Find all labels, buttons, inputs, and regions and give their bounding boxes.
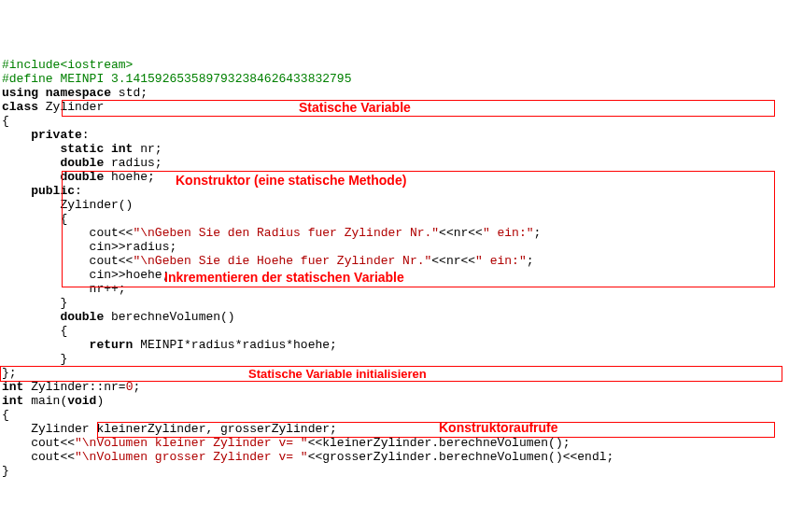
member-radius: radius; xyxy=(104,156,162,170)
member-nr: nr; xyxy=(133,142,162,156)
kw-static-int: static int xyxy=(2,142,133,156)
kw-void: void xyxy=(67,394,96,408)
brace: { xyxy=(2,408,9,422)
brace: } xyxy=(2,352,67,366)
brace: { xyxy=(2,324,67,338)
brace: } xyxy=(2,296,67,310)
preproc-define: #define MEINPI 3.14159265358979323846264… xyxy=(2,72,351,86)
label-constructor: Konstruktor (eine statische Methode) xyxy=(176,174,406,188)
kw-return: return xyxy=(2,338,133,352)
kw-int: int xyxy=(2,394,23,408)
kw-using-namespace: using namespace xyxy=(2,86,111,100)
label-ctor-calls: Konstruktoraufrufe xyxy=(439,421,558,435)
kw-double: double xyxy=(2,156,104,170)
kw-class: class xyxy=(2,100,38,114)
brace: { xyxy=(2,114,9,128)
static-init: Zylinder::nr= xyxy=(23,380,125,394)
stmt: <<kleinerZylinder.berechneVolumen(); xyxy=(308,436,571,450)
main-sig: main( xyxy=(23,394,67,408)
label-static-var: Statische Variable xyxy=(299,101,411,115)
stmt: cout<< xyxy=(2,450,75,464)
label-increment: Inkrementieren der statischen Variable xyxy=(164,271,404,285)
colon: : xyxy=(82,128,90,142)
method-sig: berechneVolumen() xyxy=(104,310,234,324)
preproc-include: #include<iostream> xyxy=(2,58,133,72)
stmt: <<grosserZylinder.berechneVolumen()<<end… xyxy=(308,450,614,464)
stmt: cout<< xyxy=(2,436,75,450)
kw-private: private xyxy=(2,128,82,142)
label-static-init: Statische Variable initialisieren xyxy=(248,367,427,381)
string-literal: "\nVolumen grosser Zylinder v= " xyxy=(75,450,308,464)
brace: } xyxy=(2,464,9,478)
box-static-var xyxy=(62,100,775,117)
kw-double: double xyxy=(2,310,104,324)
brace: { xyxy=(2,212,67,226)
box-ctor-calls xyxy=(97,422,775,438)
text: std; xyxy=(111,86,148,100)
semi: ; xyxy=(133,380,140,394)
kw-int: int xyxy=(2,380,23,394)
expr: MEINPI*radius*radius*hoehe; xyxy=(133,338,336,352)
string-literal: "\nVolumen kleiner Zylinder v= " xyxy=(75,436,308,450)
main-sig: ) xyxy=(96,394,104,408)
